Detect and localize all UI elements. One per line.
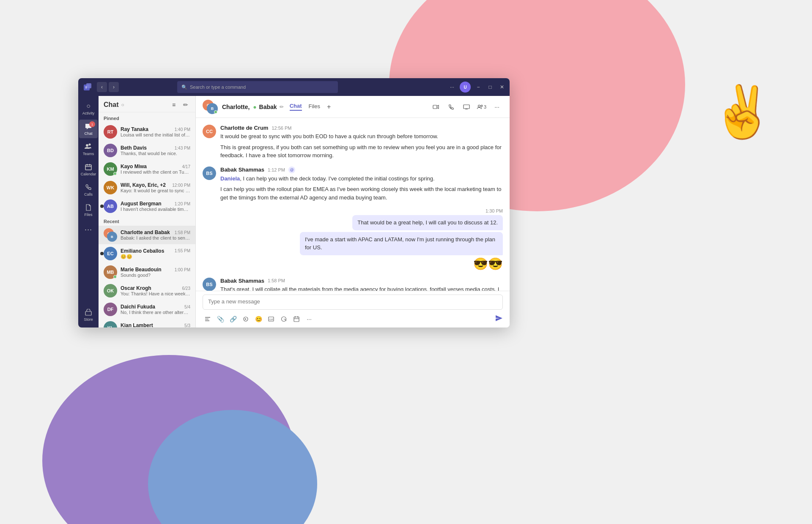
- format-button[interactable]: [203, 314, 213, 324]
- video-call-button[interactable]: [430, 101, 442, 113]
- sidebar-item-chat[interactable]: 1 Chat: [79, 120, 98, 138]
- chat-header-info: Charlotte, ● Babak ✏: [222, 104, 284, 110]
- minimize-button[interactable]: −: [474, 83, 483, 91]
- more-chat-options-button[interactable]: ···: [491, 101, 503, 113]
- search-bar[interactable]: 🔍 Search or type a command: [177, 81, 338, 93]
- people-count: 3: [484, 104, 486, 109]
- send-button[interactable]: [495, 315, 503, 324]
- chat-item-august[interactable]: AB August Bergman 1:20 PM I haven't chec…: [99, 197, 195, 216]
- people-button[interactable]: 3: [476, 101, 488, 113]
- message-bubble-self-1: That would be a great help, I will call …: [352, 215, 503, 230]
- online-indicator-babak: [214, 110, 217, 114]
- sidebar-item-calls[interactable]: Calls: [79, 180, 98, 199]
- emoji-button[interactable]: 😊: [253, 314, 263, 324]
- chat-item-kian[interactable]: KL Kian Lambert 5/3 Have you ran this by…: [99, 319, 195, 328]
- chat-time-emiliano: 1:55 PM: [175, 248, 190, 253]
- svg-rect-11: [464, 105, 469, 109]
- teams-icon: [84, 142, 93, 151]
- chat-list-header: Chat ○ ≡ ✏: [99, 96, 195, 112]
- attach-button[interactable]: 📎: [215, 314, 225, 324]
- chat-item-emiliano[interactable]: EC Emiliano Ceballos 1:55 PM 😊😊: [99, 244, 195, 263]
- tab-files[interactable]: Files: [309, 103, 320, 110]
- svg-point-3: [86, 144, 88, 147]
- chat-time-august: 1:20 PM: [175, 202, 190, 206]
- chat-item-ray[interactable]: RT Ray Tanaka 1:40 PM Louisa will send t…: [99, 123, 195, 141]
- unread-dot-emiliano: [100, 252, 104, 255]
- chat-badge: 1: [89, 121, 95, 127]
- participant2-name: Babak: [259, 104, 277, 110]
- chat-preview-daichi: No, I think there are other alternatives…: [121, 310, 190, 315]
- compose-button[interactable]: ✏: [181, 100, 190, 109]
- chat-item-charlotte-babak[interactable]: C B Charlotte and Babak 1:58 PM Babak: I…: [99, 226, 195, 244]
- message-time-babak-1: 1:12 PM: [268, 167, 285, 172]
- chat-avatar-will: WK: [104, 181, 117, 194]
- tab-chat[interactable]: Chat: [290, 103, 302, 111]
- giphy-button[interactable]: GIF: [266, 314, 276, 324]
- more-options-button[interactable]: ···: [448, 83, 456, 91]
- sidebar-bottom: Store: [79, 306, 98, 328]
- chat-time-kayo: 4/17: [182, 164, 190, 169]
- sidebar-item-activity[interactable]: ○ Activity: [79, 99, 98, 118]
- chat-info-kian: Kian Lambert 5/3 Have you ran this by Be…: [121, 322, 190, 328]
- back-button[interactable]: ‹: [97, 82, 107, 92]
- chat-item-marie[interactable]: MB Marie Beaudouin 1:00 PM Sounds good?: [99, 263, 195, 281]
- sidebar-item-calendar[interactable]: Calendar: [79, 160, 98, 179]
- svg-text:T: T: [85, 86, 87, 90]
- chat-avatar-kayo: KM: [104, 162, 117, 176]
- loop-button[interactable]: [241, 314, 251, 324]
- message-input-area: 📎 🔗 😊 GIF ···: [196, 291, 510, 328]
- sidebar: ○ Activity 1 Chat: [78, 96, 99, 328]
- svg-rect-9: [85, 311, 91, 315]
- online-indicator-kayo: [113, 172, 117, 175]
- message-input[interactable]: [203, 295, 503, 310]
- chat-preview-august: I haven't checked available times yet: [121, 207, 190, 212]
- user-avatar[interactable]: U: [460, 82, 471, 93]
- chat-time-daichi: 5/4: [184, 305, 190, 309]
- tab-add-button[interactable]: +: [327, 103, 331, 111]
- sidebar-item-teams[interactable]: Teams: [79, 140, 98, 158]
- mention-daniela-1: Daniela: [220, 175, 240, 182]
- peace-emoji-decoration: ✌️: [708, 80, 776, 145]
- files-icon: [84, 203, 93, 212]
- chat-info-ray: Ray Tanaka 1:40 PM Louisa will send the …: [121, 126, 190, 137]
- title-bar-actions: ··· U − □ ✕: [448, 82, 506, 93]
- more-apps-button[interactable]: ···: [79, 223, 98, 236]
- chat-item-oscar[interactable]: OK Oscar Krogh 6/23 You: Thanks! Have a …: [99, 281, 195, 300]
- chat-preview-beth: Thanks, that would be nice.: [121, 151, 190, 156]
- message-sender-charlotte: Charlotte de Crum: [220, 125, 268, 131]
- message-group-charlotte: CC Charlotte de Crum 12:56 PM It would b…: [203, 125, 503, 160]
- forward-button[interactable]: ›: [109, 82, 119, 92]
- online-indicator-marie: [113, 275, 117, 278]
- link-button[interactable]: 🔗: [228, 314, 238, 324]
- chat-list-title: Chat ○: [104, 101, 124, 109]
- screen-share-button[interactable]: [461, 101, 472, 113]
- chat-avatar-beth: BD: [104, 144, 117, 157]
- sticker-button[interactable]: [279, 314, 289, 324]
- message-group-babak-1: BS Babak Shammas 1:12 PM @ Daniela, I ca…: [203, 166, 503, 202]
- store-icon: [84, 308, 93, 317]
- schedule-button[interactable]: [291, 314, 302, 324]
- edit-name-icon[interactable]: ✏: [280, 104, 284, 110]
- sidebar-item-store[interactable]: Store: [79, 306, 98, 324]
- svg-point-14: [478, 105, 480, 107]
- chat-item-kayo[interactable]: KM Kayo Miwa 4/17 I reviewed with the cl…: [99, 160, 195, 178]
- teams-window: T ‹ › 🔍 Search or type a command ··· U −…: [78, 78, 510, 328]
- chat-name-ray: Ray Tanaka: [121, 126, 148, 132]
- filter-button[interactable]: ≡: [169, 100, 178, 109]
- more-toolbar-button[interactable]: ···: [304, 314, 314, 324]
- at-mention-icon[interactable]: @: [288, 166, 295, 173]
- svg-point-4: [89, 144, 91, 146]
- maximize-button[interactable]: □: [486, 83, 494, 91]
- chat-preview-marie: Sounds good?: [121, 273, 190, 278]
- chat-avatar-emiliano: EC: [104, 247, 117, 260]
- chat-name-august: August Bergman: [121, 201, 162, 207]
- chat-item-beth[interactable]: BD Beth Davis 1:43 PM Thanks, that would…: [99, 141, 195, 160]
- audio-call-button[interactable]: [445, 101, 457, 113]
- calls-icon: [84, 183, 93, 191]
- more-icon: ···: [84, 225, 93, 234]
- message-group-self: 1:30 PM That would be a great help, I wi…: [203, 208, 503, 271]
- chat-item-will[interactable]: WK Will, Kayo, Eric, +2 12:00 PM Kayo: I…: [99, 178, 195, 197]
- chat-item-daichi[interactable]: DF Daichi Fukuda 5/4 No, I think there a…: [99, 300, 195, 319]
- sidebar-item-files[interactable]: Files: [79, 201, 98, 219]
- close-button[interactable]: ✕: [498, 83, 506, 91]
